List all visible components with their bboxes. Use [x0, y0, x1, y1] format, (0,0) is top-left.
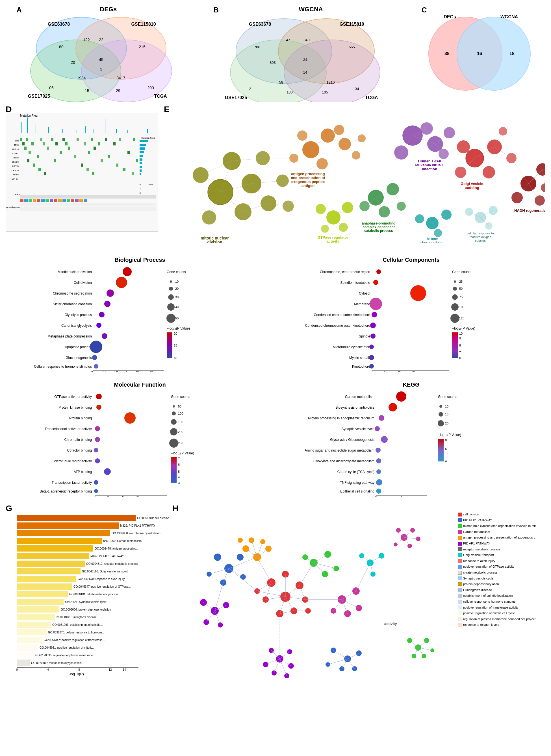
svg-point-302	[96, 323, 101, 328]
svg-text:Glycolytic process: Glycolytic process	[64, 313, 92, 317]
svg-rect-476	[17, 591, 68, 597]
svg-point-299	[106, 289, 114, 297]
svg-text:50: 50	[178, 405, 181, 408]
svg-text:200: 200	[147, 86, 154, 90]
svg-rect-127	[33, 199, 36, 202]
svg-text:−log₁₀(P Value): −log₁₀(P Value)	[438, 433, 461, 437]
svg-text:GO:0045347: positive regulatio: GO:0045347: positive regulation of GTPas…	[73, 585, 130, 588]
svg-line-609	[280, 659, 287, 676]
legend-synaptic-text: Synaptic vesicle cycle	[463, 576, 493, 581]
svg-point-304	[90, 341, 102, 353]
svg-text:0: 0	[94, 496, 95, 497]
svg-point-389	[95, 437, 100, 442]
svg-rect-488	[17, 637, 42, 643]
svg-text:Citrate cycle (TCA cycle): Citrate cycle (TCA cycle)	[338, 470, 375, 474]
svg-rect-482	[17, 614, 55, 620]
svg-text:10: 10	[175, 280, 178, 283]
svg-text:GO:0120035: regulation of plas: GO:0120035: regulation of plasma membran…	[35, 654, 95, 657]
svg-text:180: 180	[57, 45, 64, 49]
svg-rect-130	[45, 199, 49, 202]
svg-rect-139	[84, 199, 87, 202]
svg-text:100: 100	[178, 412, 183, 415]
svg-text:complex-dependent: complex-dependent	[363, 225, 395, 229]
svg-rect-68	[127, 130, 128, 133]
svg-text:50: 50	[175, 317, 178, 320]
svg-rect-456	[17, 515, 136, 521]
svg-point-364	[451, 303, 459, 311]
svg-point-7	[81, 40, 172, 102]
svg-text:20: 20	[175, 287, 178, 290]
panel-b-venn: GSE63678 GSE115810 GSE17025 TCGA 700 47 …	[213, 14, 394, 102]
legend-mitoticcycle-text: positive regulation of mitotic cell cycl…	[463, 611, 515, 616]
svg-rect-83	[40, 138, 42, 141]
svg-point-318	[169, 287, 173, 291]
svg-line-555	[342, 600, 359, 608]
svg-text:6: 6	[178, 463, 180, 466]
svg-text:Glycolysis / Gluconeogenesis: Glycolysis / Gluconeogenesis	[330, 438, 375, 442]
svg-text:4: 4	[400, 496, 402, 497]
svg-text:20: 20	[398, 371, 402, 372]
svg-text:DEGs: DEGs	[444, 14, 456, 19]
svg-point-300	[104, 301, 110, 307]
legend-hunting-text: Huntington's disease	[463, 588, 492, 593]
svg-text:14: 14	[123, 668, 126, 671]
svg-text:29: 29	[116, 88, 121, 93]
svg-point-358	[454, 280, 456, 283]
panel-d: D Mutation Freq.	[6, 104, 161, 244]
panel-a-title: DEGs	[25, 6, 191, 13]
svg-line-556	[334, 600, 342, 611]
svg-text:Spindle: Spindle	[359, 334, 370, 338]
svg-text:ZFHX4: ZFHX4	[12, 178, 19, 180]
svg-text:division: division	[207, 240, 222, 243]
legend-gtpase-text: positive regulation of GTPase activity	[463, 564, 514, 569]
svg-text:20: 20	[71, 60, 75, 65]
svg-text:100: 100	[459, 305, 464, 309]
svg-text:leukemia virus 1: leukemia virus 1	[415, 163, 444, 167]
svg-point-348	[369, 345, 374, 349]
svg-line-622	[348, 659, 355, 669]
svg-rect-153	[140, 169, 141, 172]
svg-point-350	[369, 364, 374, 369]
svg-point-386	[96, 405, 101, 410]
svg-text:18: 18	[509, 51, 515, 56]
svg-text:Cofactor binding: Cofactor binding	[67, 448, 92, 452]
main-container: A DEGs GSE63678 GSE115810 GSE17025	[0, 0, 551, 724]
svg-text:1: 1	[100, 67, 102, 72]
svg-point-366	[450, 314, 460, 323]
panel-g: G GO:0051301: cell division M329: PID PL…	[6, 504, 169, 715]
legend-transferase-color	[458, 605, 462, 609]
legend-antigen-color	[458, 536, 462, 540]
svg-rect-124	[20, 199, 23, 202]
svg-text:14: 14	[303, 70, 307, 75]
panel-a-venn: GSE63678 GSE115810 GSE17025 TCGA 180 122…	[16, 14, 183, 102]
mol-func-dotplot: GTPase activator activity Protein kinase…	[8, 389, 206, 497]
svg-rect-60	[36, 125, 36, 133]
svg-text:12: 12	[108, 668, 112, 671]
svg-text:10: 10	[174, 356, 177, 360]
svg-rect-486	[17, 629, 47, 635]
svg-text:−log₁₀(P Value): −log₁₀(P Value)	[171, 451, 194, 455]
svg-rect-131	[50, 199, 53, 202]
svg-text:1934: 1934	[77, 76, 86, 80]
svg-rect-452	[438, 439, 444, 461]
legend-hormone-color	[458, 600, 462, 604]
svg-text:GSE115810: GSE115810	[339, 22, 364, 27]
svg-line-514	[286, 585, 300, 597]
legend-spindle-text: establishment of spindle localization	[463, 593, 513, 598]
svg-text:MUC16: MUC16	[12, 148, 19, 150]
svg-rect-96	[84, 142, 86, 145]
svg-rect-327	[167, 332, 172, 358]
svg-text:GO:0006101: citrate metabolic : GO:0006101: citrate metabolic process	[69, 593, 118, 596]
svg-rect-458	[17, 522, 119, 529]
svg-rect-462	[17, 538, 102, 544]
svg-point-234	[536, 163, 545, 176]
svg-rect-100	[47, 147, 49, 150]
svg-text:GO:0006006: protein dephosphor: GO:0006006: protein dephosphorylation	[61, 608, 111, 611]
svg-point-362	[452, 294, 458, 300]
svg-text:Epithelial cell signaling: Epithelial cell signaling	[340, 489, 375, 493]
svg-text:6: 6	[445, 447, 447, 451]
svg-point-445	[439, 405, 442, 408]
svg-point-433	[381, 436, 388, 443]
svg-text:58: 58	[279, 80, 283, 84]
legend-receptor-text: receptor metabolic process	[463, 547, 500, 552]
